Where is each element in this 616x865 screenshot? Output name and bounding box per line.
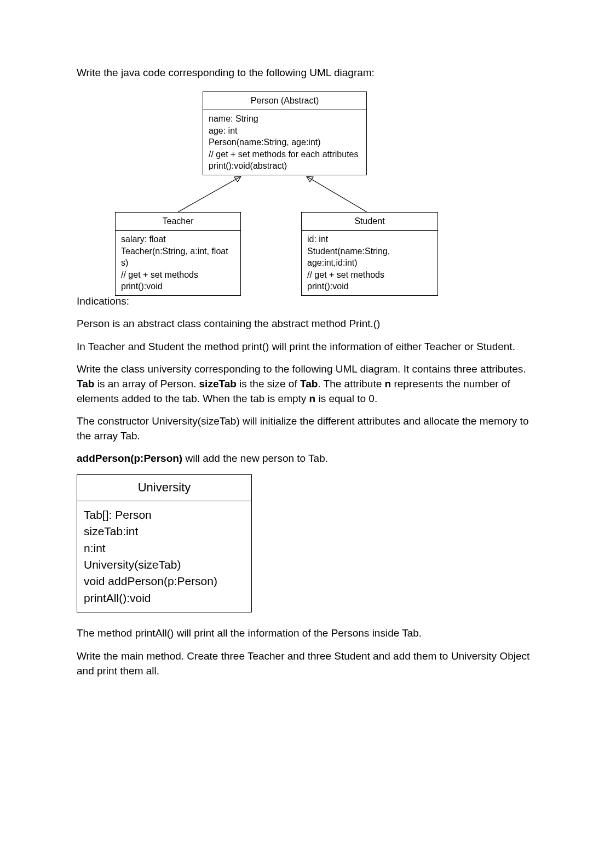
person-line: print():void(abstract) (209, 160, 361, 172)
student-line: print():void (307, 280, 432, 293)
paragraph-6: The method printAll() will print all the… (77, 626, 539, 641)
paragraph-2: In Teacher and Student the method print(… (77, 340, 539, 354)
person-class-box: Person (Abstract) name: String age: int … (203, 91, 367, 175)
svg-line-2 (307, 176, 367, 212)
university-line: University(sizeTab) (84, 557, 245, 573)
student-class-box: Student id: int Student(name:String, age… (301, 212, 438, 296)
teacher-line: // get + set methods (121, 269, 235, 281)
university-line: Tab[]: Person (84, 507, 245, 523)
svg-line-0 (178, 176, 241, 212)
intro-text: Write the java code corresponding to the… (77, 66, 539, 81)
university-line: void addPerson(p:Person) (84, 573, 245, 589)
paragraph-4: The constructor University(sizeTab) will… (77, 414, 539, 443)
para3-bold-tab2: Tab (300, 378, 318, 389)
teacher-line: print():void (121, 280, 235, 293)
paragraph-7: Write the main method. Create three Teac… (77, 649, 539, 678)
university-class-box: University Tab[]: Person sizeTab:int n:i… (77, 474, 252, 612)
para3-text: is equal to 0. (315, 393, 377, 404)
student-line: id: int (307, 233, 432, 245)
student-body: id: int Student(name:String, age:int,id:… (302, 231, 437, 295)
university-line: printAll():void (84, 590, 245, 606)
para3-text: is an array of Person. (94, 378, 199, 389)
university-title: University (77, 475, 251, 501)
person-line: name: String (209, 113, 361, 125)
person-line: Person(name:String, age:int) (209, 136, 361, 148)
para5-bold: addPerson(p:Person) (77, 452, 182, 464)
university-body: Tab[]: Person sizeTab:int n:int Universi… (77, 501, 251, 612)
para3-bold-tab: Tab (77, 378, 94, 389)
university-line: n:int (84, 540, 245, 557)
teacher-line: Teacher(n:String, a:int, float s) (121, 245, 235, 269)
teacher-body: salary: float Teacher(n:String, a:int, f… (116, 231, 240, 295)
teacher-line: salary: float (121, 233, 235, 245)
person-line: age: int (209, 125, 361, 137)
person-line: // get + set methods for each attributes (209, 148, 361, 161)
svg-marker-3 (307, 176, 313, 182)
para3-text: . The attribute (318, 378, 384, 389)
student-line: // get + set methods (307, 269, 432, 281)
person-title: Person (Abstract) (203, 92, 366, 110)
uml-diagram: Person (Abstract) name: String age: int … (77, 91, 539, 278)
paragraph-1: Person is an abstract class containing t… (77, 317, 539, 331)
paragraph-3: Write the class university corresponding… (77, 362, 539, 406)
indications-heading: Indications: (77, 294, 539, 309)
para5-rest: will add the new person to Tab. (182, 452, 328, 464)
student-line: Student(name:String, age:int,id:int) (307, 245, 432, 269)
svg-marker-1 (234, 176, 241, 182)
para3-bold-n: n (385, 378, 392, 389)
para3-text: is the size of (237, 378, 300, 389)
university-line: sizeTab:int (84, 523, 245, 540)
teacher-title: Teacher (116, 213, 240, 231)
person-body: name: String age: int Person(name:String… (203, 110, 366, 175)
para3-bold-n2: n (309, 393, 316, 404)
para3-pre: Write the class university corresponding… (77, 363, 526, 375)
paragraph-5: addPerson(p:Person) will add the new per… (77, 451, 539, 466)
teacher-class-box: Teacher salary: float Teacher(n:String, … (115, 212, 241, 296)
para3-bold-sizetab: sizeTab (199, 378, 237, 389)
student-title: Student (302, 213, 437, 231)
